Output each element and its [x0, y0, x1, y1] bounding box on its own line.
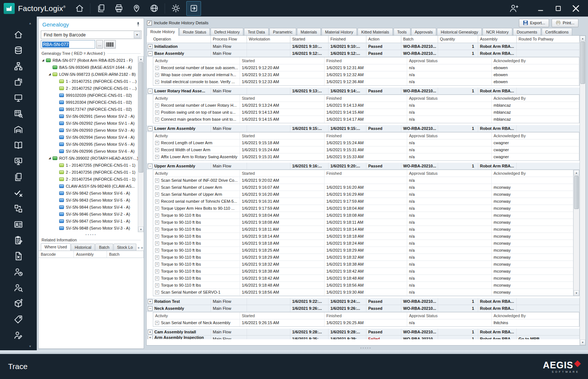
materials-icon[interactable] [14, 46, 24, 55]
tree-item[interactable]: 2 - 201407254 (INFORCE-CNS-01 - 1) [39, 176, 138, 183]
export-button[interactable]: Export... [519, 19, 549, 27]
tree-item[interactable]: ◢RBA-SN-077 (Robot Arm RBA-825-2021 - F) [39, 57, 138, 64]
expand-icon[interactable]: + [155, 255, 159, 259]
tree-item[interactable]: SV-SN-092995 (Servo Motor SV-5 - A) [39, 141, 138, 148]
documents-icon[interactable] [92, 0, 110, 17]
tab-route-history[interactable]: Route History [147, 28, 179, 36]
activity-row[interactable]: +Record serial number of Lower Rotary H.… [153, 102, 579, 109]
tree-item[interactable]: BAS-SN-993049 (BASE-ASSY-1644 - A) [39, 64, 138, 71]
scroll-down-icon[interactable]: ▼ [580, 340, 585, 345]
product-structure-icon[interactable] [14, 61, 24, 71]
tree-item[interactable]: SV-SN-092993 (Servo Motor SV-3 - A) [39, 127, 138, 134]
collapse-icon[interactable]: − [148, 306, 153, 311]
scroll-thumb[interactable] [574, 176, 579, 209]
related-column-header[interactable]: Assembly [74, 251, 107, 258]
rail-scroll-up-icon[interactable]: ▲ [29, 22, 32, 25]
expand-icon[interactable]: + [155, 220, 159, 224]
activity-row[interactable]: +Torque to 90-110 ft lbs1/6/2021 9:18:32… [153, 261, 573, 268]
tab-kitted-materials[interactable]: Kitted Materials [358, 28, 393, 35]
related-tab-batch[interactable]: Batch [95, 244, 113, 251]
activity-row[interactable]: +Record serial number of Tohnichi CEM-5.… [153, 198, 573, 205]
scroll-down-icon[interactable]: ▼ [138, 227, 144, 232]
checkbox-icon[interactable]: ✓ [147, 21, 152, 25]
documentation-icon[interactable] [14, 141, 24, 150]
print-icon[interactable] [110, 0, 128, 17]
tab-route-status[interactable]: Route Status [179, 28, 210, 35]
tab-approvals[interactable]: Approvals [411, 28, 437, 35]
tree-item[interactable]: SV-SN-9842 (Servo Motor SV-6 - A) [39, 190, 138, 196]
activity-row[interactable]: +Torque to 90-110 ft lbs1/6/2021 9:18:48… [153, 282, 573, 289]
collapse-icon[interactable]: − [148, 51, 153, 56]
expand-icon[interactable]: + [155, 103, 159, 107]
activity-row[interactable]: +Scan Serial Number of INF-002 Drive Co.… [153, 177, 573, 184]
tab-tools[interactable]: Tools [394, 28, 410, 35]
warehouse-icon[interactable] [14, 125, 24, 134]
sign-off-icon[interactable] [14, 330, 24, 340]
tree-item[interactable]: 1 - 201407255 (INFORCE-CNS-01 - 1) [39, 162, 138, 169]
activity-row[interactable]: +Torque to 90-110 ft lbs1/6/2021 9:18:14… [153, 233, 573, 240]
splitter-grip[interactable] [39, 232, 144, 237]
returns-trace-icon[interactable] [14, 77, 24, 87]
tree-item[interactable]: SV-SN-092994 (Servo Motor SV-4 - A) [39, 134, 138, 141]
bottom-splitter-grip[interactable] [146, 346, 586, 350]
ncr-document-icon[interactable] [14, 251, 24, 261]
quality-check-icon[interactable] [14, 188, 24, 198]
activity-row[interactable]: +Torque to 90-110 ft lbs1/6/2021 9:18:11… [153, 226, 573, 233]
kitting-icon[interactable] [14, 204, 24, 213]
activity-row[interactable]: +Torque to 90-110 ft lbs1/6/2021 9:18:42… [153, 275, 573, 282]
data-lookup-icon[interactable] [14, 109, 24, 118]
activity-row[interactable]: +Connect main gearbox from base unit to.… [153, 116, 579, 123]
expand-icon[interactable]: + [155, 110, 159, 114]
tab-historical-genealogy[interactable]: Historical Genealogy [437, 28, 482, 35]
activity-row[interactable]: +Torque to 90-110 ft lbs1/6/2021 9:18:08… [153, 219, 573, 226]
activity-row[interactable]: +Scan Serial Number of Upper Arm1/6/2021… [153, 191, 573, 198]
tree-item[interactable]: ◢LOW-SN-998723 (LOWER-ARM-2182 - B) [39, 71, 138, 78]
badge-icon[interactable] [14, 220, 24, 229]
maximize-button[interactable] [552, 1, 564, 16]
expand-icon[interactable]: + [155, 248, 159, 252]
activity-row[interactable]: +Torque to 90-110 ft lbs1/6/2021 9:18:04… [153, 212, 573, 219]
related-column-header[interactable]: Barcode [39, 251, 74, 258]
minimize-button[interactable] [534, 1, 547, 16]
tree-item[interactable]: 2 - 201407256 (INFORCE-CNS-01 - 1) [39, 169, 138, 176]
expand-icon[interactable]: + [148, 330, 153, 334]
find-mode-select[interactable]: Find Item by Barcode ▼ [41, 31, 141, 39]
tab-ncr-history[interactable]: NCR History [483, 28, 512, 35]
user-icon[interactable] [506, 0, 522, 17]
expand-icon[interactable]: + [155, 192, 159, 196]
related-tab-where-used[interactable]: Where Used [41, 243, 71, 251]
activity-row[interactable]: +Affix Lower Arm to Rotary Swing Assembl… [153, 153, 579, 160]
location-icon[interactable] [128, 0, 145, 17]
collapse-icon[interactable]: − [148, 89, 153, 93]
expand-icon[interactable]: + [155, 213, 159, 217]
activity-row[interactable]: +Record Length of Lower Arm1/6/2021 9:15… [153, 139, 579, 146]
settings-gear-icon[interactable] [167, 0, 184, 17]
tree-item[interactable]: CLAW-ASSY-SN-982469 (CLAW-AS... [39, 183, 138, 190]
copy-icon[interactable] [14, 172, 24, 182]
tab-test-data[interactable]: Test Data [244, 28, 268, 35]
activity-row[interactable]: +Torque to 90-110 ft lbs1/6/2021 9:18:25… [153, 247, 573, 254]
tab-defect-history[interactable]: Defect History [211, 28, 243, 35]
operation-row[interactable]: −Upper Arm AssemblyMain Flow1/6/2021 9:1… [147, 163, 580, 170]
tree-expanded-icon[interactable]: ◢ [40, 59, 46, 62]
expand-icon[interactable]: + [155, 290, 159, 294]
scroll-up-icon[interactable]: ▲ [138, 56, 144, 62]
expand-icon[interactable]: + [155, 80, 159, 84]
close-button[interactable] [570, 1, 582, 16]
expand-icon[interactable]: + [155, 199, 159, 203]
tree-item[interactable]: SV-SN-9844 (Servo Motor SV-4 - A) [39, 203, 138, 210]
expand-icon[interactable]: + [155, 283, 159, 287]
web-icon[interactable] [145, 0, 163, 17]
activity-scrollbar[interactable]: ▲▼ [573, 170, 579, 296]
expand-icon[interactable]: + [155, 178, 159, 183]
expand-icon[interactable]: + [155, 234, 159, 238]
expand-icon[interactable]: + [155, 227, 159, 231]
operation-row[interactable]: +Cam Assembly InstallMain Flow1/6/2021 9… [147, 329, 580, 336]
operation-row[interactable]: +Arm Assembly InspectionMain Flow1/6/202… [147, 336, 580, 339]
expand-icon[interactable]: + [155, 321, 159, 325]
tree-item[interactable]: SV-SN-9846 (Servo Motor SV-2 - A) [39, 210, 138, 217]
receiving-icon[interactable] [14, 299, 24, 308]
expand-icon[interactable]: + [155, 269, 159, 273]
include-route-history-checkbox[interactable]: ✓ Include Route History Details [147, 21, 208, 25]
tree-scrollbar[interactable]: ▲ ▼ [138, 56, 144, 232]
